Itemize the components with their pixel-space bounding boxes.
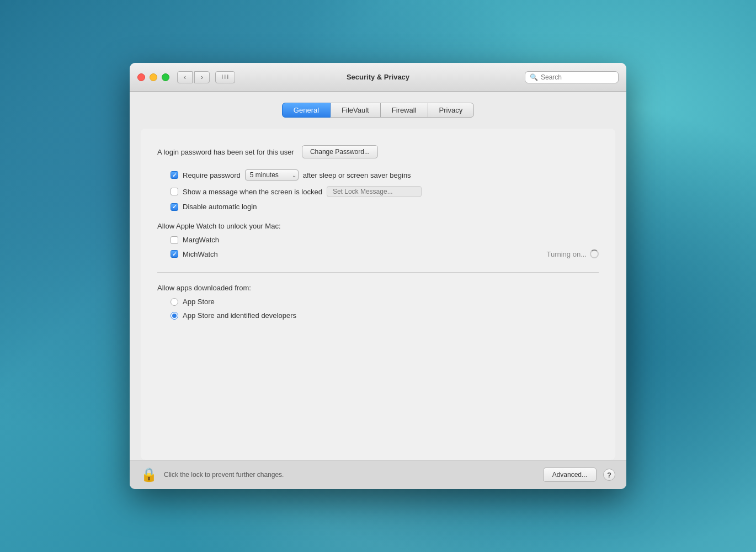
lock-message-input[interactable] — [327, 186, 422, 197]
require-password-row: Require password 5 minutes immediately 1… — [171, 169, 599, 181]
lock-text: Click the lock to prevent further change… — [164, 471, 536, 479]
password-interval-dropdown[interactable]: 5 minutes immediately 1 minute 15 minute… — [245, 169, 299, 181]
turning-on-status: Turning on... — [546, 250, 599, 258]
maximize-button[interactable] — [162, 73, 169, 81]
apple-watch-title: Allow Apple Watch to unlock your Mac: — [157, 222, 599, 230]
disable-autologin-label: Disable automatic login — [183, 203, 257, 211]
require-password-label: Require password — [183, 171, 241, 179]
apps-title: Allow apps downloaded from: — [157, 284, 599, 292]
tab-general[interactable]: General — [282, 103, 331, 118]
michwatch-label: MichWatch — [183, 250, 218, 258]
password-interval-dropdown-container: 5 minutes immediately 1 minute 15 minute… — [245, 169, 299, 181]
nav-buttons: ‹ › — [177, 71, 210, 83]
appstore-row: App Store — [171, 298, 599, 306]
appstore-radio[interactable] — [171, 298, 178, 306]
general-panel: A login password has been set for this u… — [141, 129, 615, 460]
turning-on-label: Turning on... — [546, 250, 587, 258]
michwatch-row-inner: MichWatch Turning on... — [171, 250, 599, 258]
tab-firewall[interactable]: Firewall — [380, 103, 428, 118]
lock-icon[interactable]: 🔒 — [141, 467, 157, 482]
grid-button[interactable]: ⁞⁞⁞ — [215, 71, 235, 83]
disable-autologin-checkbox[interactable] — [171, 203, 178, 211]
divider — [157, 272, 599, 273]
back-button[interactable]: ‹ — [177, 71, 193, 83]
appstore-developers-row: App Store and identified developers — [171, 311, 599, 320]
lock-message-checkbox[interactable] — [171, 188, 178, 195]
michwatch-row: MichWatch Turning on... — [171, 250, 599, 258]
search-icon: 🔍 — [530, 73, 538, 81]
change-password-button[interactable]: Change Password... — [302, 145, 378, 158]
lock-message-label: Show a message when the screen is locked — [183, 188, 322, 196]
margwatch-row: MargWatch — [171, 236, 599, 244]
search-box[interactable]: 🔍 — [525, 71, 619, 83]
appstore-developers-radio[interactable] — [171, 312, 178, 320]
window-title: Security & Privacy — [347, 73, 409, 81]
help-button[interactable]: ? — [603, 469, 615, 481]
michwatch-checkbox[interactable] — [171, 250, 178, 258]
tab-filevault[interactable]: FileVault — [330, 103, 381, 118]
password-row: A login password has been set for this u… — [157, 145, 599, 158]
spinner-icon — [590, 250, 599, 258]
appstore-developers-label: App Store and identified developers — [183, 311, 296, 320]
main-window: ‹ › ⁞⁞⁞ Security & Privacy 🔍 General Fil… — [130, 63, 626, 489]
tab-privacy[interactable]: Privacy — [428, 103, 475, 118]
margwatch-checkbox[interactable] — [171, 236, 178, 244]
margwatch-label: MargWatch — [183, 236, 219, 244]
appstore-label: App Store — [183, 298, 215, 306]
content-area: General FileVault Firewall Privacy A log… — [130, 92, 626, 460]
require-password-checkbox[interactable] — [171, 171, 178, 179]
close-button[interactable] — [137, 73, 145, 81]
advanced-button[interactable]: Advanced... — [543, 468, 597, 482]
lock-message-row: Show a message when the screen is locked — [171, 186, 599, 197]
disable-autologin-row: Disable automatic login — [171, 203, 599, 211]
traffic-lights — [137, 73, 169, 81]
search-input[interactable] — [541, 73, 614, 81]
require-password-after-label: after sleep or screen saver begins — [303, 171, 411, 179]
tabs: General FileVault Firewall Privacy — [141, 103, 615, 118]
forward-button[interactable]: › — [194, 71, 210, 83]
titlebar: ‹ › ⁞⁞⁞ Security & Privacy 🔍 — [130, 63, 626, 92]
password-label: A login password has been set for this u… — [157, 148, 294, 156]
minimize-button[interactable] — [150, 73, 157, 81]
bottom-bar: 🔒 Click the lock to prevent further chan… — [130, 460, 626, 489]
